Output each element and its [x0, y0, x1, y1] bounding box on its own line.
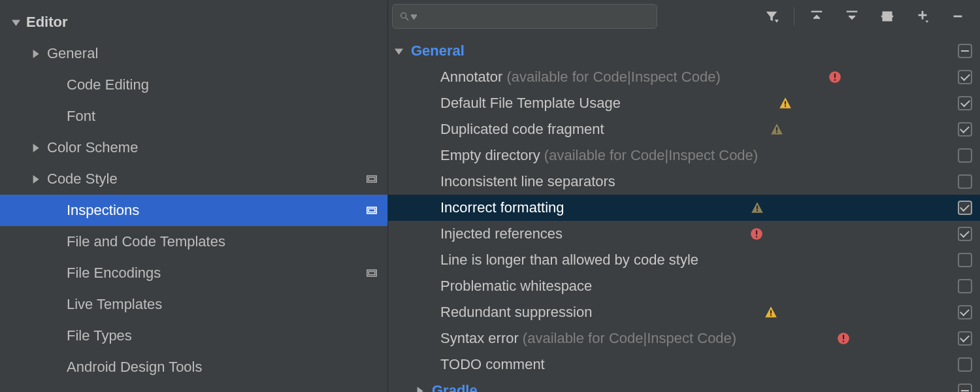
sidebar-item-font[interactable]: Font [0, 101, 387, 132]
sidebar-item-copyright[interactable]: Copyright [0, 383, 387, 392]
sidebar-header-label: Editor [26, 14, 378, 31]
sidebar-item-label: File Encodings [67, 265, 365, 282]
svg-rect-16 [834, 74, 836, 78]
svg-rect-1 [368, 178, 375, 181]
inspection-checkbox[interactable] [958, 70, 972, 84]
add-button[interactable] [909, 5, 936, 27]
inspection-label: Empty directory [440, 147, 540, 164]
inspection-label: Injected references [440, 225, 563, 242]
sidebar-item-label: Live Templates [67, 296, 378, 313]
sidebar-item-general[interactable]: General [0, 38, 387, 69]
inspection-label: Inconsistent line separators [440, 173, 615, 190]
sidebar-item-label: Inspections [67, 202, 365, 219]
inspection-checkbox[interactable] [958, 227, 972, 241]
chevron-right-icon [416, 387, 424, 393]
inspection-checkbox[interactable] [958, 122, 972, 137]
inspection-row[interactable]: Line is longer than allowed by code styl… [388, 247, 980, 273]
inspection-label: TODO comment [440, 356, 545, 373]
severity-icon [749, 227, 764, 241]
inspection-row[interactable]: Duplicated code fragment [388, 116, 980, 142]
sidebar-item-android-design-tools[interactable]: Android Design Tools [0, 351, 387, 383]
inspection-row[interactable]: Incorrect formatting [388, 195, 980, 221]
severity-icon [770, 122, 784, 137]
sidebar-item-inspections[interactable]: Inspections [0, 195, 387, 226]
svg-rect-25 [755, 231, 757, 235]
inspection-checkbox[interactable] [958, 174, 972, 189]
sidebar-item-label: Code Style [47, 171, 365, 188]
inspection-label: Problematic whitespace [440, 278, 592, 295]
svg-rect-17 [834, 79, 836, 80]
sidebar-item-label: Font [67, 108, 378, 125]
severity-icon [778, 96, 792, 110]
inspection-row[interactable]: Inconsistent line separators [388, 169, 980, 195]
inspection-tree: General Annotator (available for Code|In… [388, 34, 980, 392]
inspections-toolbar [388, 0, 980, 34]
inspection-checkbox[interactable] [958, 96, 972, 110]
filter-button[interactable] [759, 5, 785, 27]
chevron-right-icon [30, 174, 41, 184]
per-project-icon [365, 268, 378, 278]
inspection-note: (available for Code|Inspect Code) [506, 69, 720, 86]
sidebar-item-file-and-code-templates[interactable]: File and Code Templates [0, 226, 387, 257]
group-checkbox[interactable] [958, 384, 972, 392]
inspection-row[interactable]: Problematic whitespace [388, 273, 980, 299]
remove-button[interactable] [945, 5, 971, 27]
reset-button[interactable] [874, 5, 900, 27]
inspection-group-general[interactable]: General [388, 38, 980, 64]
inspection-row[interactable]: Annotator (available for Code|Inspect Co… [388, 64, 980, 90]
sidebar-item-color-scheme[interactable]: Color Scheme [0, 132, 387, 163]
svg-rect-21 [776, 131, 777, 133]
svg-rect-27 [770, 310, 772, 314]
severity-icon [828, 70, 842, 84]
inspection-row[interactable]: Empty directory (available for Code|Insp… [388, 142, 980, 169]
per-project-icon [365, 205, 378, 216]
sidebar-item-label: File and Code Templates [67, 233, 378, 250]
search-icon [399, 11, 410, 22]
severity-icon [836, 331, 851, 346]
svg-rect-5 [368, 272, 375, 275]
inspection-note: (available for Code|Inspect Code) [544, 147, 758, 164]
chevron-right-icon [30, 48, 41, 59]
inspection-row[interactable]: Default File Template Usage [388, 90, 980, 116]
inspection-checkbox[interactable] [958, 201, 972, 215]
inspection-group-label: General [411, 42, 465, 59]
svg-rect-19 [785, 105, 786, 106]
sidebar-item-live-templates[interactable]: Live Templates [0, 289, 387, 320]
sidebar-item-code-style[interactable]: Code Style [0, 163, 387, 195]
sidebar-item-file-types[interactable]: File Types [0, 320, 387, 351]
inspection-checkbox[interactable] [958, 357, 972, 372]
group-checkbox[interactable] [958, 44, 972, 58]
collapse-all-button[interactable] [839, 5, 865, 27]
inspection-label: Line is longer than allowed by code styl… [440, 252, 698, 269]
sidebar-item-code-editing[interactable]: Code Editing [0, 69, 387, 101]
sidebar-item-label: Color Scheme [47, 139, 378, 156]
inspection-note: (available for Code|Inspect Code) [523, 330, 736, 347]
expand-all-button[interactable] [804, 5, 830, 27]
inspection-checkbox[interactable] [958, 305, 972, 319]
inspection-checkbox[interactable] [958, 331, 972, 346]
settings-sidebar: Editor GeneralCode EditingFontColor Sche… [0, 0, 387, 392]
severity-icon [750, 201, 764, 215]
inspection-label: Default File Template Usage [440, 95, 621, 112]
sidebar-section-editor[interactable]: Editor [0, 7, 387, 38]
sidebar-item-label: Code Editing [67, 76, 378, 93]
svg-rect-31 [842, 340, 843, 342]
inspection-label: Syntax error [440, 330, 519, 347]
inspections-panel: General Annotator (available for Code|In… [387, 0, 980, 392]
inspection-row[interactable]: Syntax error (available for Code|Inspect… [388, 325, 980, 351]
inspection-row[interactable]: Injected references [388, 221, 980, 247]
sidebar-item-file-encodings[interactable]: File Encodings [0, 257, 387, 289]
svg-rect-20 [776, 127, 777, 131]
inspection-checkbox[interactable] [958, 279, 972, 293]
inspection-checkbox[interactable] [958, 253, 972, 267]
chevron-down-icon [10, 17, 21, 27]
inspection-group-gradle[interactable]: Gradle [388, 378, 980, 392]
svg-point-6 [401, 13, 406, 18]
inspection-row[interactable]: TODO comment [388, 351, 980, 378]
inspection-checkbox[interactable] [958, 148, 972, 163]
inspection-row[interactable]: Redundant suppression [388, 299, 980, 325]
search-input[interactable] [392, 4, 657, 29]
inspection-label: Annotator [440, 69, 502, 86]
svg-rect-30 [842, 335, 843, 340]
chevron-right-icon [30, 142, 41, 153]
